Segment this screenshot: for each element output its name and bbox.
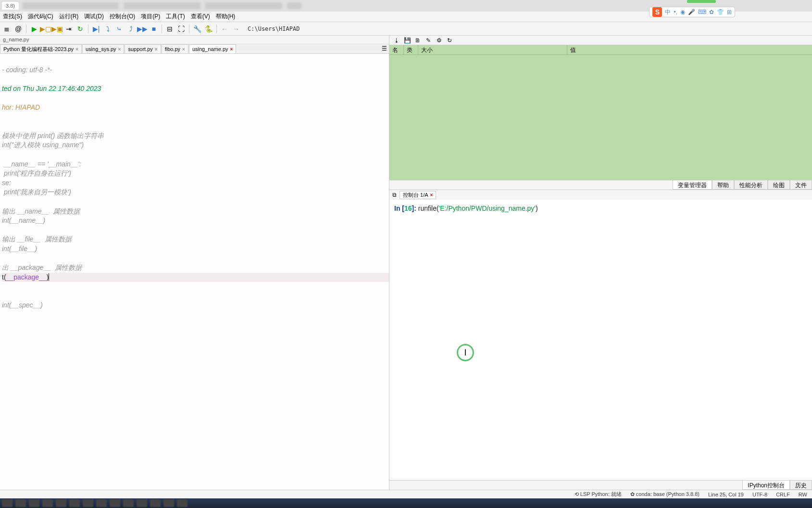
menu-source[interactable]: 源代码(C) — [25, 13, 56, 21]
working-dir-path[interactable]: C:\Users\HIAPAD — [248, 25, 300, 32]
ime-grid-icon[interactable]: ⊞ — [727, 9, 732, 15]
tab-support[interactable]: support.py× — [125, 44, 161, 53]
menu-search[interactable]: 查找(S) — [0, 13, 25, 21]
tab-menu-icon[interactable]: ☰ — [382, 45, 387, 52]
continue-icon[interactable]: ▶▶ — [137, 24, 147, 34]
status-lsp[interactable]: ⟲ LSP Python: 就绪 — [575, 491, 622, 498]
variable-toolbar: ⭳ 💾 🗎 ✎ ⚙ ↻ — [389, 36, 812, 45]
at-icon[interactable]: @ — [13, 24, 23, 34]
save-as-icon[interactable]: 🗎 — [414, 37, 421, 44]
maximize-icon[interactable]: ⛶ — [176, 24, 186, 34]
tab-ipython[interactable]: IPython控制台 — [742, 481, 790, 490]
task-app-icon[interactable] — [163, 499, 174, 507]
tab-using-sys[interactable]: using_sys.py× — [82, 44, 124, 53]
menu-help[interactable]: 帮助(H) — [213, 13, 238, 21]
tab-variables[interactable]: 变量管理器 — [673, 180, 712, 190]
tab-help[interactable]: 帮助 — [712, 180, 734, 190]
expand-icon[interactable]: ⧉ — [392, 191, 397, 198]
task-app-icon[interactable] — [150, 499, 161, 507]
close-icon[interactable]: × — [230, 47, 233, 52]
debug-icon[interactable]: ▶| — [91, 24, 101, 34]
col-value[interactable]: 值 — [567, 45, 812, 54]
ime-user-icon[interactable]: ◉ — [680, 9, 685, 15]
ime-mic-icon[interactable]: 🎤 — [688, 9, 695, 15]
console-tab[interactable]: 控制台 1/A× — [400, 191, 436, 199]
task-app-icon[interactable] — [96, 499, 107, 507]
editor-tabstrip: Python 量化编程基础-2023.py× using_sys.py× sup… — [0, 44, 389, 54]
tab-fibo[interactable]: fibo.py× — [162, 44, 188, 53]
col-type[interactable]: 类型 — [404, 45, 418, 54]
task-app-icon[interactable] — [42, 499, 53, 507]
tab-plots[interactable]: 绘图 — [768, 180, 790, 190]
variable-header: 名称 类型 大小 值 — [389, 45, 812, 55]
run-cell-icon[interactable]: ▶▢ — [41, 24, 50, 34]
run-cell-advance-icon[interactable]: ▶▣ — [52, 24, 62, 34]
tab-profiler[interactable]: 性能分析 — [734, 180, 768, 190]
task-app-icon[interactable] — [69, 499, 80, 507]
tab-files[interactable]: 文件 — [790, 180, 812, 190]
reload-icon[interactable]: ↻ — [75, 24, 85, 34]
save-icon[interactable]: 💾 — [404, 37, 411, 44]
python-path-icon[interactable]: 🐍 — [204, 24, 213, 34]
ipython-console[interactable]: In [16]: runfile('E:/Python/PWD/using_na… — [389, 200, 812, 480]
status-eol[interactable]: CRLF — [776, 492, 790, 497]
edit-icon[interactable]: ✎ — [425, 37, 432, 44]
python-tab: 3.8) — [2, 2, 19, 10]
save-layout-icon[interactable]: ⊟ — [165, 24, 175, 34]
close-icon[interactable]: × — [182, 47, 185, 52]
task-app-icon[interactable] — [123, 499, 134, 507]
task-app-icon[interactable] — [177, 499, 187, 507]
ime-skin-icon[interactable]: ✿ — [709, 9, 714, 15]
step-over-icon[interactable]: ⤵ — [103, 24, 112, 34]
status-encoding[interactable]: UTF-8 — [752, 492, 767, 497]
back-icon[interactable]: ← — [220, 24, 229, 34]
forward-icon[interactable]: → — [231, 24, 241, 34]
aux-tabs: 变量管理器 帮助 性能分析 绘图 文件 — [389, 180, 812, 190]
menu-console[interactable]: 控制台(O) — [107, 13, 138, 21]
list-icon[interactable]: ≣ — [2, 24, 12, 34]
menu-tools[interactable]: 工具(T) — [163, 13, 187, 21]
status-mode: RW — [799, 492, 807, 497]
stop-icon[interactable]: ■ — [149, 24, 159, 34]
close-icon[interactable]: × — [75, 47, 78, 52]
filter-icon[interactable]: ⚙ — [436, 37, 442, 44]
col-name[interactable]: 名称 — [389, 45, 404, 54]
run-selection-icon[interactable]: ⇥ — [64, 24, 74, 34]
run-icon[interactable]: ▶ — [29, 24, 39, 34]
task-app-icon[interactable] — [15, 499, 26, 507]
tab-history[interactable]: 历史 — [790, 481, 812, 490]
close-icon[interactable]: × — [155, 47, 158, 52]
import-icon[interactable]: ⭳ — [393, 37, 400, 44]
windows-taskbar[interactable] — [0, 498, 812, 508]
step-into-icon[interactable]: ⤷ — [114, 24, 124, 34]
wrench-icon[interactable]: 🔧 — [192, 24, 202, 34]
tab-python-quant[interactable]: Python 量化编程基础-2023.py× — [0, 44, 82, 53]
ime-keyboard-icon[interactable]: ⌨ — [698, 9, 706, 15]
ime-floating-bar[interactable]: S 中 •, ◉ 🎤 ⌨ ✿ 👕 ⊞ — [649, 7, 735, 17]
menu-project[interactable]: 项目(P) — [138, 13, 163, 21]
right-pane: ⭳ 💾 🗎 ✎ ⚙ ↻ 名称 类型 大小 值 变量管理器 帮助 性能分析 绘图 … — [389, 36, 812, 490]
refresh-icon[interactable]: ↻ — [446, 37, 453, 44]
task-app-icon[interactable] — [2, 499, 12, 507]
status-conda[interactable]: ✿ conda: base (Python 3.8.8) — [630, 491, 700, 497]
task-app-icon[interactable] — [110, 499, 120, 507]
tab-using-name[interactable]: using_name.py× — [189, 44, 236, 53]
ime-tshirt-icon[interactable]: 👕 — [717, 9, 724, 15]
variable-explorer-body[interactable] — [389, 55, 812, 180]
ime-punct-icon[interactable]: •, — [674, 9, 677, 15]
close-icon[interactable]: × — [118, 47, 121, 52]
col-size[interactable]: 大小 — [418, 45, 567, 54]
menu-run[interactable]: 运行(R) — [56, 13, 82, 21]
code-editor[interactable]: - coding: utf-8 -*- ted on Thu Jun 22 17… — [0, 54, 389, 490]
editor-breadcrumb[interactable]: g_name.py — [0, 36, 389, 44]
menu-view[interactable]: 查看(V) — [188, 13, 213, 21]
task-app-icon[interactable] — [137, 499, 147, 507]
task-app-icon[interactable] — [29, 499, 39, 507]
close-icon[interactable]: × — [430, 192, 433, 198]
task-app-icon[interactable] — [56, 499, 66, 507]
menu-debug[interactable]: 调试(D) — [81, 13, 107, 21]
cursor-indicator-icon: I — [457, 344, 474, 361]
step-out-icon[interactable]: ⤴ — [126, 24, 136, 34]
task-app-icon[interactable] — [83, 499, 93, 507]
ime-lang-icon[interactable]: 中 — [665, 8, 671, 16]
